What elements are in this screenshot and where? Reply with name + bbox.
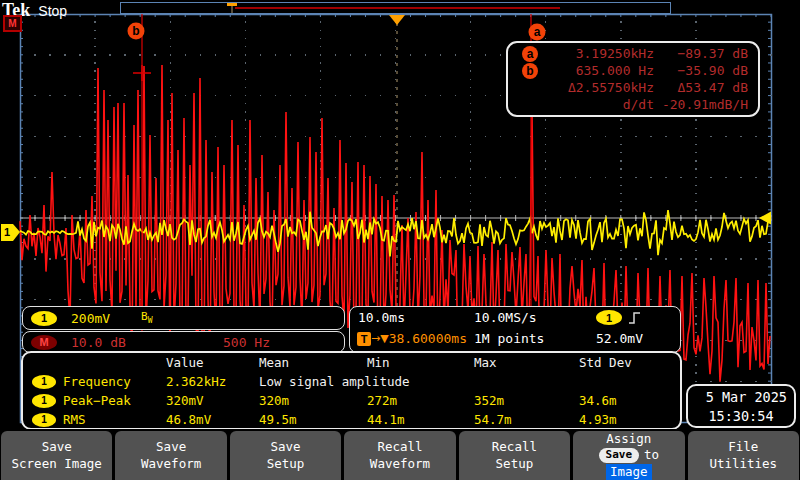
measurement-row-frequency: 1Frequency 2.362kHz Low signal amplitude <box>23 372 680 391</box>
header-value: Value <box>166 355 259 370</box>
assign-save-button[interactable]: Assign Saveto Image <box>573 431 684 480</box>
file-utilities-button[interactable]: FileUtilities <box>688 431 799 480</box>
cursor-ddt-label: d/dt <box>538 97 654 112</box>
cursor-ddt-value: -20.91mdB/H <box>654 97 758 112</box>
header-mean: Mean <box>259 355 367 370</box>
cursor-delta-frequency: Δ2.55750kHz <box>538 80 654 95</box>
recall-waveform-button[interactable]: RecallWaveform <box>344 431 455 480</box>
math-channel-badge: M <box>31 335 57 350</box>
acquisition-status: Stop <box>38 3 67 19</box>
trigger-level: 52.0mV <box>596 331 643 346</box>
cursor-delta-row: Δ2.55750kHz Δ53.47 dB <box>508 79 758 96</box>
measurement-row-peakpeak: 1Peak−Peak 320mV 320m 272m 352m 34.6m <box>23 391 680 410</box>
measurement-name: Peak−Peak <box>63 393 131 408</box>
cursor-a-frequency: 3.19250kHz <box>538 46 654 61</box>
measurement-name: Frequency <box>63 374 131 389</box>
source-badge: 1 <box>32 413 56 427</box>
trigger-delay-time: 38.60000ms <box>389 331 467 346</box>
timebase-readout: 10.0ms 10.0MS/s 1 T → ▼ 38.60000ms 1M po… <box>349 306 681 353</box>
datetime-box: 5 Mar 2025 15:30:54 <box>686 384 796 428</box>
channel1-badge: 1 <box>31 311 57 326</box>
peakpeak-value: 320mV <box>166 393 259 408</box>
low-signal-note: Low signal amplitude <box>259 374 579 389</box>
cursor-b-row: b 635.000 Hz −35.90 dB <box>508 62 758 79</box>
rms-max: 54.7m <box>474 412 579 427</box>
header-max: Max <box>474 355 579 370</box>
peakpeak-mean: 320m <box>259 393 367 408</box>
math-reference-badge: M <box>3 15 22 32</box>
math-scale: 10.0 dB <box>71 335 126 350</box>
time-display: 15:30:54 <box>688 407 794 426</box>
cursor-delta-badge <box>522 80 538 96</box>
measurement-row-rms: 1RMS 46.8mV 49.5m 44.1m 54.7m 4.93m <box>23 410 680 429</box>
measurement-header-row: Value Mean Min Max Std Dev <box>23 353 680 372</box>
peakpeak-std: 34.6m <box>579 393 680 408</box>
cursor-b-badge: b <box>522 63 538 79</box>
save-setup-button[interactable]: SaveSetup <box>230 431 341 480</box>
trigger-position-icon: T <box>357 332 371 346</box>
svg-text:a: a <box>534 25 541 39</box>
bandwidth-limit-icon: BW <box>141 310 152 325</box>
recall-setup-button[interactable]: RecallSetup <box>459 431 570 480</box>
source-badge: 1 <box>32 394 56 408</box>
softkey-menu-bar: SaveScreen Image SaveWaveform SaveSetup … <box>0 429 800 480</box>
cursor-delta-amplitude: Δ53.47 dB <box>654 80 758 95</box>
header-min: Min <box>367 355 474 370</box>
time-per-division: 10.0ms <box>358 310 405 325</box>
peakpeak-min: 272m <box>367 393 474 408</box>
save-waveform-button[interactable]: SaveWaveform <box>115 431 226 480</box>
arrow-down-icon: ▼ <box>380 332 388 345</box>
cursor-b-frequency: 635.000 Hz <box>538 63 654 78</box>
cursor-readout-box: a 3.19250kHz −89.37 dB b 635.000 Hz −35.… <box>506 41 760 117</box>
save-screen-image-button[interactable]: SaveScreen Image <box>1 431 112 480</box>
frequency-value: 2.362kHz <box>166 374 259 389</box>
cursor-a-badge: a <box>522 46 538 62</box>
peakpeak-max: 352m <box>474 393 579 408</box>
math-frequency-span: 500 Hz <box>223 335 270 350</box>
trigger-slope-rising-icon <box>628 310 642 326</box>
cursor-a-amplitude: −89.37 dB <box>654 46 758 61</box>
date-display: 5 Mar 2025 <box>688 388 794 407</box>
svg-text:1: 1 <box>4 226 10 238</box>
channel1-scale: 200mV <box>71 311 110 326</box>
sample-rate: 10.0MS/s <box>474 310 537 325</box>
header-stddev: Std Dev <box>579 355 680 370</box>
oscilloscope-screen: { "header": { "logo": "Tek", "acq_status… <box>0 0 800 480</box>
arrow-right-icon: → <box>371 332 380 345</box>
math-readout[interactable]: M 10.0 dB 500 Hz <box>22 331 345 353</box>
channel1-readout[interactable]: 1 200mV BW <box>22 306 345 330</box>
rms-mean: 49.5m <box>259 412 367 427</box>
rms-std: 4.93m <box>579 412 680 427</box>
svg-text:b: b <box>132 24 139 38</box>
rms-value: 46.8mV <box>166 412 259 427</box>
trigger-source-badge: 1 <box>596 310 622 325</box>
measurement-name: RMS <box>63 412 86 427</box>
cursor-ddt-badge <box>522 97 538 113</box>
measurement-table: Value Mean Min Max Std Dev 1Frequency 2.… <box>21 351 682 430</box>
cursor-b-amplitude: −35.90 dB <box>654 63 758 78</box>
record-length: 1M points <box>474 331 544 346</box>
save-pill: Save <box>599 448 640 462</box>
cursor-ddt-row: d/dt -20.91mdB/H <box>508 96 758 113</box>
rms-min: 44.1m <box>367 412 474 427</box>
assign-target-image: Image <box>606 464 652 480</box>
source-badge: 1 <box>32 375 56 389</box>
screen-header: TekStop <box>2 0 67 16</box>
cursor-a-row: a 3.19250kHz −89.37 dB <box>508 45 758 62</box>
